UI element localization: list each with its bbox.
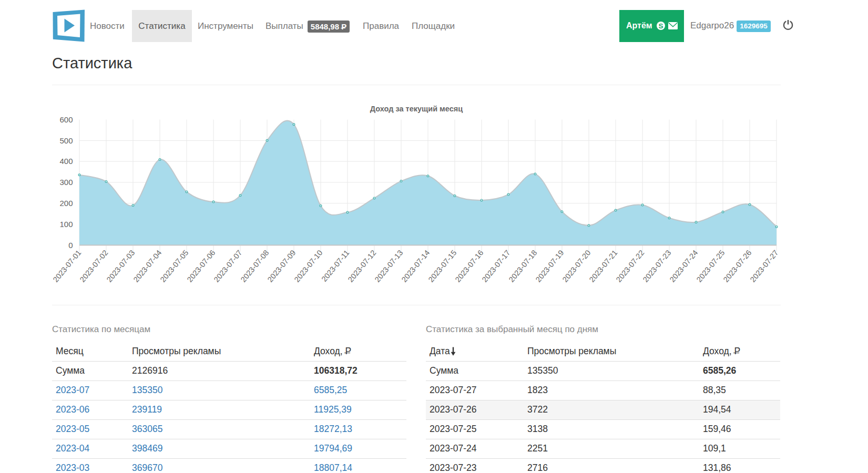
svg-text:600: 600 xyxy=(59,115,73,124)
svg-text:Доход за текущий месяц: Доход за текущий месяц xyxy=(370,105,463,113)
svg-text:400: 400 xyxy=(59,157,73,166)
svg-text:500: 500 xyxy=(59,136,73,145)
svg-text:0: 0 xyxy=(68,241,73,250)
svg-text:100: 100 xyxy=(59,220,73,229)
svg-text:S: S xyxy=(658,22,663,30)
svg-text:2023-07-10: 2023-07-10 xyxy=(293,249,324,284)
svg-text:300: 300 xyxy=(59,178,73,187)
svg-text:200: 200 xyxy=(59,199,73,208)
svg-text:2023-07-27: 2023-07-27 xyxy=(749,249,780,284)
